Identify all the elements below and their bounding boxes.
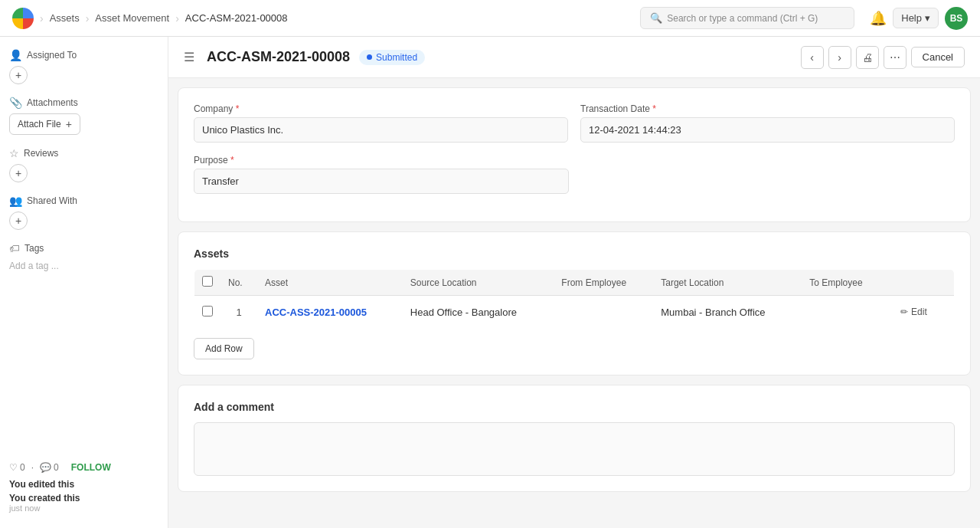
plus-icon: + [66, 118, 72, 130]
tags-section: 🏷 Tags Add a tag ... [9, 242, 158, 273]
row-source-location: Head Office - Bangalore [403, 296, 554, 329]
page-title: ACC-ASM-2021-00008 [207, 49, 350, 65]
col-target-location: Target Location [653, 270, 802, 296]
form-section: Company * Unico Plastics Inc. Transactio… [178, 87, 971, 222]
col-checkbox [194, 270, 221, 296]
heart-icon: ♡ [9, 462, 18, 473]
print-button[interactable]: 🖨 [856, 46, 879, 69]
row-checkbox[interactable] [202, 306, 213, 316]
comment-section: Add a comment [178, 385, 971, 492]
purpose-field: Purpose * Transfer [194, 155, 955, 194]
row-asset[interactable]: ACC-ASS-2021-00005 [257, 296, 403, 329]
transaction-date-field: Transaction Date * 12-04-2021 14:44:23 [580, 103, 955, 143]
breadcrumb-current: ACC-ASM-2021-00008 [185, 12, 288, 24]
purpose-input[interactable]: Transfer [194, 169, 569, 194]
search-placeholder: Search or type a command (Ctrl + G) [667, 13, 818, 24]
attachments-section: 📎 Attachments Attach File + [9, 97, 158, 135]
col-from-employee: From Employee [554, 270, 653, 296]
navbar: › Assets › Asset Movement › ACC-ASM-2021… [0, 0, 980, 37]
row-edit-cell: ✏ Edit [887, 296, 954, 329]
pencil-icon: ✏ [900, 307, 908, 317]
assets-section-title: Assets [194, 248, 955, 260]
breadcrumb-assets[interactable]: Assets [50, 12, 80, 24]
tag-icon: 🏷 [9, 242, 20, 254]
next-record-button[interactable]: › [828, 46, 851, 69]
main-layout: 👤 Assigned To + 📎 Attachments Attach Fil… [0, 37, 980, 528]
assets-section: Assets No. Asset Source Location From Em… [178, 231, 971, 376]
status-badge: Submitted [359, 50, 425, 65]
col-no: No. [220, 270, 257, 296]
sidebar-footer: ♡ 0 · 💬 0 FOLLOW You edited this You cre… [9, 462, 158, 516]
row-checkbox-cell [194, 296, 221, 329]
reviews-label: Reviews [24, 148, 58, 159]
add-review-button[interactable]: + [9, 164, 28, 182]
purpose-label: Purpose * [194, 155, 955, 166]
activity-item-2: You created this just now [9, 493, 158, 513]
search-icon: 🔍 [650, 12, 662, 24]
chevron-down-icon: ▾ [925, 12, 930, 24]
comment-icon: 💬 [40, 462, 51, 473]
row-target-location: Mumbai - Branch Office [653, 296, 802, 329]
hamburger-icon[interactable]: ☰ [184, 50, 194, 64]
breadcrumb-asset-movement[interactable]: Asset Movement [95, 12, 169, 24]
help-menu[interactable]: Help ▾ [893, 8, 939, 28]
more-options-button[interactable]: ⋯ [884, 46, 906, 69]
attachments-label: Attachments [27, 97, 78, 108]
search-bar[interactable]: 🔍 Search or type a command (Ctrl + G) [640, 7, 854, 29]
comment-section-title: Add a comment [194, 401, 955, 413]
table-row: 1 ACC-ASS-2021-00005 Head Office - Banga… [194, 296, 955, 329]
attach-file-label: Attach File [18, 119, 61, 130]
paperclip-icon: 📎 [9, 97, 22, 109]
header-actions: ‹ › 🖨 ⋯ Cancel [801, 46, 965, 69]
comment-input[interactable] [194, 422, 955, 476]
col-actions [887, 270, 954, 296]
prev-record-button[interactable]: ‹ [801, 46, 824, 69]
shared-with-label: Shared With [27, 195, 77, 206]
transaction-date-input[interactable]: 12-04-2021 14:44:23 [580, 117, 955, 143]
transaction-date-label: Transaction Date * [580, 103, 955, 114]
company-label: Company * [194, 103, 568, 114]
content-area: ☰ ACC-ASM-2021-00008 Submitted ‹ › 🖨 ⋯ C… [168, 37, 980, 528]
edit-row-button[interactable]: ✏ Edit [894, 303, 933, 320]
row-to-employee [802, 296, 887, 329]
col-source-location: Source Location [403, 270, 554, 296]
activity-item-1: You edited this [9, 479, 158, 490]
add-row-button[interactable]: Add Row [194, 338, 254, 359]
likes-count[interactable]: ♡ 0 [9, 462, 25, 473]
user-icon: 👤 [9, 49, 22, 61]
col-to-employee: To Employee [802, 270, 887, 296]
follow-button[interactable]: FOLLOW [71, 462, 111, 473]
attach-file-button[interactable]: Attach File + [9, 113, 80, 135]
status-label: Submitted [376, 52, 417, 63]
row-no: 1 [220, 296, 257, 329]
likes-bar: ♡ 0 · 💬 0 FOLLOW [9, 462, 158, 473]
assets-table: No. Asset Source Location From Employee … [194, 269, 955, 329]
comments-count[interactable]: 💬 0 [40, 462, 59, 473]
sidebar: 👤 Assigned To + 📎 Attachments Attach Fil… [0, 37, 168, 528]
col-asset: Asset [257, 270, 403, 296]
app-logo[interactable] [12, 8, 34, 29]
assigned-to-label: Assigned To [27, 50, 77, 61]
form-row-2: Purpose * Transfer [194, 155, 955, 194]
tags-label: Tags [24, 243, 44, 254]
help-label: Help [901, 12, 922, 24]
add-share-button[interactable]: + [9, 212, 28, 230]
user-avatar[interactable]: BS [945, 7, 968, 30]
status-dot [367, 54, 372, 60]
company-field: Company * Unico Plastics Inc. [194, 103, 568, 143]
notifications-bell-icon[interactable]: 🔔 [870, 10, 887, 27]
company-input[interactable]: Unico Plastics Inc. [194, 117, 568, 143]
select-all-checkbox[interactable] [202, 276, 213, 287]
reviews-section: ☆ Reviews + [9, 147, 158, 182]
star-icon: ☆ [9, 147, 19, 159]
add-tag-input[interactable]: Add a tag ... [9, 259, 158, 273]
shared-with-section: 👥 Shared With + [9, 195, 158, 230]
add-assignee-button[interactable]: + [9, 66, 28, 84]
page-header: ☰ ACC-ASM-2021-00008 Submitted ‹ › 🖨 ⋯ C… [168, 37, 980, 78]
group-icon: 👥 [9, 195, 22, 207]
form-row-1: Company * Unico Plastics Inc. Transactio… [194, 103, 955, 143]
row-from-employee [554, 296, 653, 329]
assigned-to-section: 👤 Assigned To + [9, 49, 158, 84]
cancel-button[interactable]: Cancel [911, 47, 965, 67]
